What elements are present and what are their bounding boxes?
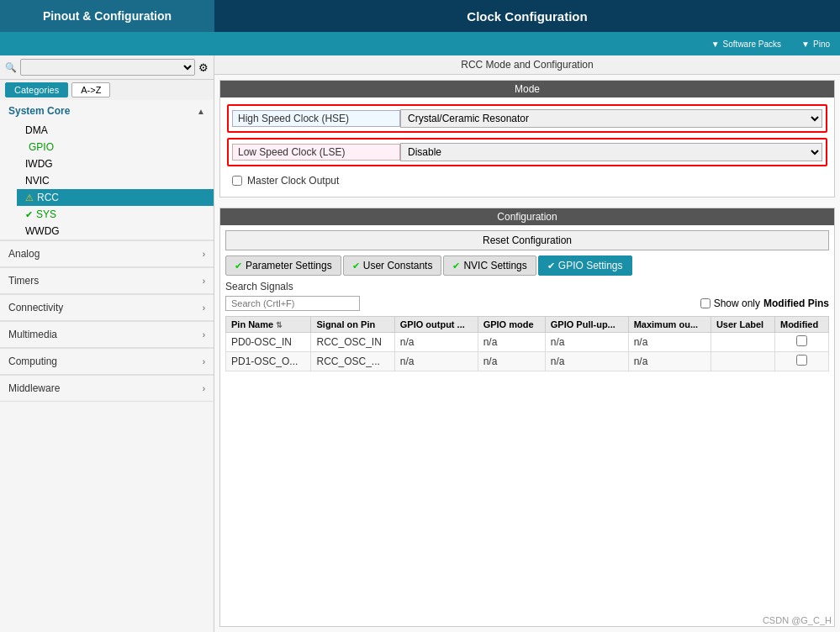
tab-nvic-settings[interactable]: ✔ NVIC Settings <box>443 255 536 276</box>
iwdg-label: IWDG <box>25 158 53 170</box>
cell-user-label <box>711 352 774 371</box>
subheader-right: ▼ Software Packs ▼ Pino <box>214 32 840 55</box>
sidebar-item-gpio[interactable]: GPIO <box>17 139 214 155</box>
content-area: RCC Mode and Configuration Mode High Spe… <box>214 55 840 632</box>
modified-pins-label: Modified Pins <box>763 298 829 309</box>
cell-gpio-pullup: n/a <box>545 352 628 371</box>
hse-select[interactable]: Crystal/Ceramic Resonator Disable BYPASS… <box>400 109 822 128</box>
cell-gpio-mode: n/a <box>478 352 545 371</box>
gpio-table-container: Pin Name ⇅ Signal on Pin GPIO output ...… <box>225 316 829 621</box>
master-clock-checkbox[interactable] <box>232 176 242 186</box>
cell-gpio-mode: n/a <box>478 333 545 352</box>
system-core-header[interactable]: System Core ▲ <box>0 100 214 122</box>
wwdg-label: WWDG <box>25 225 60 237</box>
gpio-check-icon: ✔ <box>547 261 555 271</box>
lse-row: Low Speed Clock (LSE) Disable BYPASS Clo… <box>227 138 827 166</box>
nvic-settings-label: NVIC Settings <box>463 260 526 271</box>
user-constants-label: User Constants <box>363 260 433 271</box>
mode-body: High Speed Clock (HSE) Crystal/Ceramic R… <box>220 97 834 197</box>
settings-icon[interactable]: ⚙ <box>198 61 209 74</box>
master-clock-row: Master Clock Output <box>227 171 827 190</box>
sidebar-item-computing[interactable]: Computing › <box>0 348 214 374</box>
sidebar-item-nvic[interactable]: NVIC <box>17 172 214 189</box>
user-check-icon: ✔ <box>352 261 360 271</box>
nvic-label: NVIC <box>25 175 50 187</box>
sidebar-item-middleware[interactable]: Middleware › <box>0 375 214 401</box>
search-row: Show only Modified Pins <box>225 296 829 311</box>
table-row[interactable]: PD0-OSC_IN RCC_OSC_IN n/a n/a n/a n/a <box>226 333 829 352</box>
table-row[interactable]: PD1-OSC_O... RCC_OSC_... n/a n/a n/a n/a <box>226 352 829 371</box>
az-tab[interactable]: A->Z <box>71 82 110 97</box>
cell-gpio-output: n/a <box>394 333 478 352</box>
cell-signal: RCC_OSC_... <box>311 352 394 371</box>
sidebar-item-iwdg[interactable]: IWDG <box>17 155 214 172</box>
mode-section: Mode High Speed Clock (HSE) Crystal/Cera… <box>219 80 835 198</box>
th-gpio-pullup: GPIO Pull-up... <box>545 317 628 333</box>
cell-modified <box>774 333 828 352</box>
hse-row: High Speed Clock (HSE) Crystal/Ceramic R… <box>227 104 827 133</box>
software-packs-label: Software Packs <box>723 40 781 49</box>
th-gpio-output: GPIO output ... <box>394 317 478 333</box>
categories-tab[interactable]: Categories <box>5 82 68 97</box>
modified-checkbox[interactable] <box>796 355 807 366</box>
sidebar-item-multimedia[interactable]: Multimedia › <box>0 321 214 347</box>
sidebar-item-connectivity[interactable]: Connectivity › <box>0 294 214 320</box>
sidebar-item-wwdg[interactable]: WWDG <box>17 223 214 240</box>
cell-max-output: n/a <box>628 333 711 352</box>
sidebar-item-rcc[interactable]: ⚠ RCC <box>17 189 214 206</box>
config-tab-group: ✔ Parameter Settings ✔ User Constants ✔ … <box>225 255 829 276</box>
config-header: Configuration <box>220 208 834 225</box>
subheader: ▼ Software Packs ▼ Pino <box>0 32 840 55</box>
sys-label: SYS <box>36 208 56 220</box>
sidebar-item-sys[interactable]: ✔ SYS <box>17 206 214 223</box>
tab-parameter-settings[interactable]: ✔ Parameter Settings <box>225 255 341 276</box>
timers-chevron: › <box>203 276 205 286</box>
tab-gpio-settings[interactable]: ✔ GPIO Settings <box>538 255 632 276</box>
gpio-label: GPIO <box>29 141 54 153</box>
sidebar-search-select[interactable] <box>20 59 195 76</box>
gpio-table: Pin Name ⇅ Signal on Pin GPIO output ...… <box>225 316 829 371</box>
th-user-label: User Label <box>711 317 774 333</box>
sys-check-icon: ✔ <box>25 209 33 220</box>
cell-pin-name: PD0-OSC_IN <box>226 333 311 352</box>
search-signals-input[interactable] <box>225 296 360 311</box>
computing-label: Computing <box>8 356 57 367</box>
rcc-mode-title: RCC Mode and Configuration <box>214 55 840 75</box>
nvic-check-icon: ✔ <box>452 261 460 271</box>
sidebar-item-dma[interactable]: DMA <box>17 122 214 139</box>
show-modified-row: Show only Modified Pins <box>700 298 829 309</box>
analog-chevron: › <box>203 250 205 259</box>
header-right-title: Clock Configuration <box>214 0 840 32</box>
pino-chevron: ▼ <box>801 40 810 49</box>
search-signals-label: Search Signals <box>225 281 829 292</box>
connectivity-chevron: › <box>203 303 205 313</box>
th-signal: Signal on Pin <box>311 317 394 333</box>
timers-label: Timers <box>8 275 39 287</box>
modified-checkbox[interactable] <box>796 335 807 346</box>
cell-user-label <box>711 333 774 352</box>
pino-menu[interactable]: ▼ Pino <box>791 40 840 49</box>
sidebar-item-timers[interactable]: Timers › <box>0 267 214 293</box>
config-body: Reset Configuration ✔ Parameter Settings… <box>220 225 834 626</box>
show-modified-checkbox[interactable] <box>700 298 711 308</box>
lse-select[interactable]: Disable BYPASS Clock Source Crystal/Cera… <box>400 143 822 161</box>
subheader-left <box>0 32 214 55</box>
cell-pin-name: PD1-OSC_O... <box>226 352 311 371</box>
header-left-title: Pinout & Configuration <box>0 0 214 32</box>
cell-gpio-output: n/a <box>394 352 478 371</box>
multimedia-label: Multimedia <box>8 329 57 340</box>
th-gpio-mode: GPIO mode <box>478 317 545 333</box>
header: Pinout & Configuration Clock Configurati… <box>0 0 840 32</box>
computing-chevron: › <box>203 357 205 366</box>
cell-modified <box>774 352 828 371</box>
middleware-chevron: › <box>203 384 205 393</box>
tab-user-constants[interactable]: ✔ User Constants <box>343 255 442 276</box>
gpio-settings-label: GPIO Settings <box>558 260 623 271</box>
sidebar-item-analog[interactable]: Analog › <box>0 240 214 266</box>
software-packs-menu[interactable]: ▼ Software Packs <box>701 40 791 49</box>
watermark: CSDN @G_C_H <box>763 615 832 625</box>
divider-7 <box>0 401 214 402</box>
dma-label: DMA <box>25 124 48 136</box>
cell-signal: RCC_OSC_IN <box>311 333 394 352</box>
reset-config-button[interactable]: Reset Configuration <box>225 230 829 250</box>
